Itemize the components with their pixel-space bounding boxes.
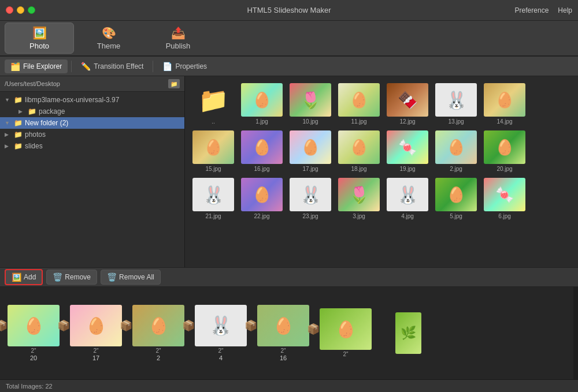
file-thumb-2[interactable]: 🥚2.jpg	[432, 128, 480, 174]
slide-duration-2: 2"	[155, 348, 161, 354]
minimize-button[interactable]	[17, 6, 24, 14]
bottom-scrollbar[interactable]	[573, 287, 578, 379]
file-thumb-3[interactable]: 🌷3.jpg	[335, 176, 383, 222]
titlebar-menu: Preference Help	[515, 6, 572, 14]
file-explorer-icon: 🗂️	[10, 62, 20, 71]
statusbar: Total Images: 22	[0, 379, 578, 392]
separator-1	[71, 61, 72, 72]
file-thumb-13[interactable]: 🐰13.jpg	[432, 81, 480, 127]
tree-item-new-folder[interactable]: ▼ 📁 New folder (2)	[0, 117, 184, 129]
file-label-22: 22.jpg	[254, 213, 269, 219]
tree-label: photos	[25, 130, 46, 139]
file-thumb-4[interactable]: 🐰4.jpg	[384, 176, 431, 222]
tree-label: libmp3lame-osx-universal-3.97	[25, 96, 119, 104]
tab-photo[interactable]: 🖼️ Photo	[5, 23, 74, 54]
tree-label: slides	[25, 142, 43, 150]
file-label-23: 23.jpg	[302, 213, 318, 219]
slideshow-panel: 📦🥚2"20📦🥚2"17📦🥚2"2📦🐰2"4📦🥚2"16📦🥚2"🌿	[0, 287, 578, 379]
file-label-19: 19.jpg	[399, 166, 415, 172]
file-label-16: 16.jpg	[254, 166, 269, 172]
tree-item-package[interactable]: ▶ 📁 package	[0, 106, 184, 117]
file-thumb-14[interactable]: 🥚14.jpg	[481, 81, 528, 127]
slide-thumb-extra1: 🥚	[320, 308, 372, 350]
slide-item-partial[interactable]: 🌿	[379, 312, 437, 354]
remove-all-icon: 🗑️	[107, 272, 117, 282]
toggle-icon: ▼	[5, 120, 12, 126]
publish-icon: 📤	[170, 27, 186, 39]
tab-publish[interactable]: 📤 Publish	[143, 23, 213, 54]
file-thumb-15[interactable]: 🥚15.jpg	[190, 128, 237, 174]
file-thumb-18[interactable]: 🥚18.jpg	[335, 128, 383, 174]
add-label: Add	[24, 273, 36, 281]
panels-row: /Users/test/Desktop 📁 ▼ 📁 libmp3lame-osx…	[0, 76, 578, 267]
slide-icon-17: 📦	[57, 319, 70, 332]
folder-icon: 📁	[14, 130, 23, 139]
add-button[interactable]: 🖼️ Add	[5, 269, 43, 285]
add-icon: 🖼️	[12, 272, 21, 282]
slide-item-20[interactable]: 📦🥚2"20	[5, 305, 62, 361]
slide-duration-20: 2"	[31, 348, 36, 354]
file-thumb-19[interactable]: 🍬19.jpg	[384, 128, 431, 174]
file-thumb-21[interactable]: 🐰21.jpg	[190, 176, 237, 222]
slide-item-4[interactable]: 📦🐰2"4	[192, 305, 250, 361]
tab-theme[interactable]: 🎨 Theme	[74, 23, 143, 54]
file-thumb-1[interactable]: 🥚1.jpg	[238, 81, 286, 127]
slide-strip[interactable]: 📦🥚2"20📦🥚2"17📦🥚2"2📦🐰2"4📦🥚2"16📦🥚2"🌿	[0, 287, 573, 379]
slide-name-16: 16	[280, 354, 287, 361]
file-grid[interactable]: 📁..🥚1.jpg🌷10.jpg🥚11.jpg🍫12.jpg🐰13.jpg🥚14…	[185, 76, 578, 267]
file-label-18: 18.jpg	[351, 166, 366, 172]
file-label-6: 6.jpg	[498, 213, 511, 219]
file-label-14: 14.jpg	[497, 118, 512, 125]
help-menu-item[interactable]: Help	[558, 6, 572, 14]
tree-label: package	[39, 107, 65, 115]
remove-button[interactable]: 🗑️ Remove	[46, 270, 97, 285]
preference-menu-item[interactable]: Preference	[515, 6, 549, 14]
slide-name-17: 17	[92, 354, 99, 361]
slide-duration-4: 2"	[218, 348, 223, 354]
subtab-file-explorer[interactable]: 🗂️ File Explorer	[5, 59, 68, 73]
right-panel: 📁..🥚1.jpg🌷10.jpg🥚11.jpg🍫12.jpg🐰13.jpg🥚14…	[185, 76, 578, 267]
file-thumb-10[interactable]: 🌷10.jpg	[287, 81, 334, 127]
toggle-icon: ▶	[5, 132, 12, 137]
file-label-11: 11.jpg	[351, 118, 366, 125]
toggle-icon: ▶	[18, 109, 25, 114]
file-thumb-6[interactable]: 🍬6.jpg	[481, 176, 528, 222]
subtab-transition-effect[interactable]: ✏️ Transition Effect	[75, 59, 149, 73]
subtab-properties[interactable]: 📄 Properties	[157, 59, 213, 73]
file-thumb-23[interactable]: 🐰23.jpg	[287, 176, 334, 222]
close-button[interactable]	[6, 6, 13, 14]
file-thumb-22[interactable]: 🥚22.jpg	[238, 176, 286, 222]
transition-icon: ✏️	[81, 62, 91, 71]
main-content: /Users/test/Desktop 📁 ▼ 📁 libmp3lame-osx…	[0, 76, 578, 379]
remove-all-button[interactable]: 🗑️ Remove All	[101, 270, 161, 285]
slide-item-17[interactable]: 📦🥚2"17	[67, 305, 125, 361]
slide-name-2: 2	[157, 354, 160, 361]
file-tree[interactable]: ▼ 📁 libmp3lame-osx-universal-3.97 ▶ 📁 pa…	[0, 92, 184, 267]
file-label-1: 1.jpg	[255, 118, 268, 125]
folder-icon-btn[interactable]: 📁	[168, 79, 180, 88]
status-text: Total Images: 22	[6, 383, 53, 390]
file-thumb-16[interactable]: 🥚16.jpg	[238, 128, 286, 174]
slide-item-extra1[interactable]: 📦🥚2"	[317, 308, 375, 358]
maximize-button[interactable]	[28, 6, 35, 14]
file-thumb-11[interactable]: 🥚11.jpg	[335, 81, 383, 127]
main-toolbar: 🖼️ Photo 🎨 Theme 📤 Publish	[0, 21, 578, 57]
slide-item-16[interactable]: 📦🥚2"16	[254, 305, 312, 361]
tree-item-libmp3[interactable]: ▼ 📁 libmp3lame-osx-universal-3.97	[0, 94, 184, 106]
slide-icon-extra1: 📦	[307, 323, 320, 335]
slide-icon-20: 📦	[0, 319, 8, 332]
slide-icon-16: 📦	[244, 319, 257, 332]
tab-publish-label: Publish	[166, 42, 191, 50]
tree-item-photos[interactable]: ▶ 📁 photos	[0, 129, 184, 140]
slide-item-2[interactable]: 📦🥚2"2	[129, 305, 187, 361]
file-label-2: 2.jpg	[450, 166, 462, 172]
file-thumb-20[interactable]: 🥚20.jpg	[481, 128, 528, 174]
file-thumb-12[interactable]: 🍫12.jpg	[384, 81, 431, 127]
slide-thumb-4: 🐰	[195, 305, 247, 346]
file-thumb-5[interactable]: 🥚5.jpg	[432, 176, 480, 222]
file-thumb-parent[interactable]: 📁..	[190, 81, 237, 127]
sub-toolbar: 🗂️ File Explorer ✏️ Transition Effect 📄 …	[0, 57, 578, 76]
file-thumb-17[interactable]: 🥚17.jpg	[287, 128, 334, 174]
file-label-10: 10.jpg	[302, 118, 318, 125]
tree-item-slides[interactable]: ▶ 📁 slides	[0, 140, 184, 152]
